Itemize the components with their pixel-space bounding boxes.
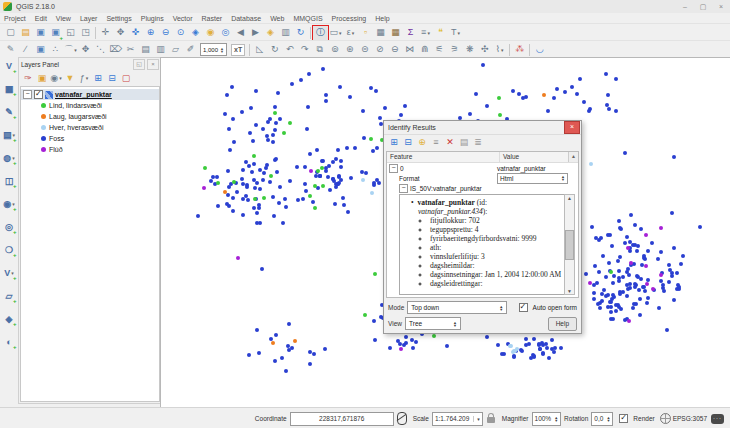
new-shapefile-layer-icon[interactable]: ▱ [2, 289, 17, 303]
layer-item-vatnafar-punktar[interactable]: − vatnafar_punktar [21, 89, 159, 100]
format-select[interactable]: Html ▲▼ [497, 173, 568, 184]
deselect-all-icon[interactable]: ▫ [358, 26, 373, 40]
coordinate-input[interactable]: 228317,671876 [290, 412, 394, 426]
delete-part-icon[interactable]: ⊖ [387, 43, 402, 57]
open-layer-styling-icon[interactable]: ✑ [21, 71, 35, 85]
window-minimize-button[interactable]: – [676, 1, 694, 13]
legend-item[interactable]: Flúð [21, 144, 159, 155]
magnifier-spinbox[interactable]: 100% ▲▼ [532, 412, 562, 426]
render-checkbox[interactable] [619, 414, 628, 423]
reshape-features-icon[interactable]: ▱ [168, 43, 183, 57]
composer-manager-icon[interactable]: ◳ [78, 26, 93, 40]
offset-curve-icon[interactable]: ✐ [183, 43, 198, 57]
topology-checker-icon[interactable]: ⁂ [512, 43, 527, 57]
field-calculator-icon[interactable]: ▦ [388, 26, 403, 40]
result-row-layer[interactable]: − IS_50V:vatnafar_punktar [387, 183, 578, 193]
add-part-icon[interactable]: ⊛ [342, 43, 357, 57]
table-scroll-up-button[interactable]: ▲ [568, 152, 578, 162]
menu-settings[interactable]: Settings [106, 15, 131, 22]
map-tips-icon[interactable]: ❝ [433, 26, 448, 40]
menu-raster[interactable]: Raster [202, 15, 223, 22]
touch-zoom-pan-icon[interactable]: ✛ [98, 26, 113, 40]
identify-dialog-titlebar[interactable]: Identify Results × [384, 121, 581, 135]
collapse-all-icon[interactable]: ⊟ [105, 71, 119, 85]
expand-tree-icon[interactable]: ⊞ [387, 136, 401, 150]
add-mssql-layer-icon[interactable]: ◫ [2, 174, 17, 188]
zoom-in-icon[interactable]: ⊕ [143, 26, 158, 40]
new-project-icon[interactable]: ▢ [3, 26, 18, 40]
select-by-expression-icon[interactable]: ε▾ [343, 26, 358, 40]
open-attribute-table-icon[interactable]: ▦ [373, 26, 388, 40]
delete-ring-icon[interactable]: ⊘ [372, 43, 387, 57]
add-feature-icon[interactable]: ∴ [48, 43, 63, 57]
panel-close-button[interactable]: × [147, 59, 159, 70]
mode-select[interactable]: Top down ▲▼ [407, 301, 507, 314]
save-project-as-icon[interactable]: ▣ [48, 26, 63, 40]
legend-item[interactable]: Hver, hverasvæði [21, 122, 159, 133]
collapse-tree-icon[interactable]: ⊟ [401, 136, 415, 150]
view-select[interactable]: Tree ▲▼ [405, 317, 461, 330]
add-spatialite-layer-icon[interactable]: ◍▾ [2, 151, 17, 165]
new-print-composer-icon[interactable]: ◱ [63, 26, 78, 40]
add-web-layer-icon[interactable]: ◐ [2, 335, 17, 349]
print-response-icon[interactable]: ≣ [471, 136, 485, 150]
redo-icon[interactable]: ↷ [297, 43, 312, 57]
add-raster-layer-icon[interactable]: ▦ [2, 82, 17, 96]
menu-plugins[interactable]: Plugins [141, 15, 164, 22]
menu-project[interactable]: Project [4, 15, 26, 22]
legend-item[interactable]: Laug, laugarsvæði [21, 111, 159, 122]
show-bookmarks-icon[interactable]: ▥ [278, 26, 293, 40]
add-virtual-layer-icon[interactable]: ◈ [2, 312, 17, 326]
new-bookmark-icon[interactable]: ◈ [263, 26, 278, 40]
add-wms-layer-icon[interactable]: ◎ [2, 220, 17, 234]
identify-features-icon[interactable]: ⓘ [313, 26, 328, 40]
menu-database[interactable]: Database [231, 15, 261, 22]
simplify-feature-icon[interactable]: ⧉ [312, 43, 327, 57]
menu-edit[interactable]: Edit [35, 15, 47, 22]
layer-node-expand-toggle[interactable]: − [399, 184, 408, 193]
merge-features-icon[interactable]: ⋈ [402, 43, 417, 57]
split-parts-icon[interactable]: ⚞ [447, 43, 462, 57]
scroll-down-button[interactable]: ▼ [567, 288, 572, 294]
merge-attributes-icon[interactable]: ⋒ [417, 43, 432, 57]
add-delimited-text-layer-icon[interactable]: ✎ [2, 105, 17, 119]
layer-visibility-checkbox[interactable] [34, 90, 43, 99]
offset-point-symbols-icon[interactable]: ✣ [477, 43, 492, 57]
add-vector-layer-icon[interactable]: V [2, 59, 17, 73]
tracing-offset-icon[interactable]: 1,000▲▼ [200, 43, 227, 56]
zoom-to-layer-icon[interactable]: ◎ [218, 26, 233, 40]
legend-item[interactable]: Foss [21, 133, 159, 144]
select-features-icon[interactable]: ▭▾ [328, 26, 343, 40]
mouse-position-toggle-icon[interactable] [397, 412, 407, 425]
auto-open-form-checkbox[interactable] [519, 303, 528, 312]
expand-all-icon[interactable]: ⊞ [91, 71, 105, 85]
remove-layer-icon[interactable]: ▢ [119, 71, 133, 85]
menu-view[interactable]: View [56, 15, 71, 22]
help-button[interactable]: Help [548, 317, 577, 331]
scrollbar-thumb[interactable] [565, 230, 574, 260]
toggle-editing-icon[interactable]: ✎ [3, 43, 18, 57]
zoom-out-icon[interactable]: ⊖ [158, 26, 173, 40]
add-wcs-layer-icon[interactable]: ❍ [2, 243, 17, 257]
result-row-root[interactable]: − 0 vatnafar_punktar [387, 163, 578, 173]
save-project-icon[interactable]: ▣ [33, 26, 48, 40]
filter-legend-by-expression-icon[interactable]: ƒ▾ [77, 71, 91, 85]
scroll-up-button[interactable]: ▲ [567, 195, 572, 201]
result-row-format[interactable]: Format Html ▲▼ [387, 173, 578, 183]
undo-icon[interactable]: ↶ [282, 43, 297, 57]
add-postgis-layer-icon[interactable]: ▤▾ [2, 128, 17, 142]
add-oracle-layer-icon[interactable]: ◉▾ [2, 197, 17, 211]
root-expand-toggle[interactable]: − [389, 164, 398, 173]
pan-map-icon[interactable]: ✥ [113, 26, 128, 40]
refresh-map-icon[interactable]: ↻ [293, 26, 308, 40]
add-wfs-layer-icon[interactable]: V▾ [2, 266, 17, 280]
current-edits-icon[interactable]: ∕ [18, 43, 33, 57]
node-tool-icon[interactable]: ⋱ [93, 43, 108, 57]
zoom-to-selection-icon[interactable]: ◉ [203, 26, 218, 40]
text-annotation-icon[interactable]: T▾ [448, 26, 463, 40]
expand-new-results-icon[interactable]: ⊕ [415, 136, 429, 150]
panel-float-button[interactable]: ◱ [133, 59, 145, 70]
window-close-button[interactable]: × [712, 1, 730, 13]
window-maximize-button[interactable]: ▢ [694, 1, 712, 13]
paste-features-icon[interactable]: ▥ [153, 43, 168, 57]
